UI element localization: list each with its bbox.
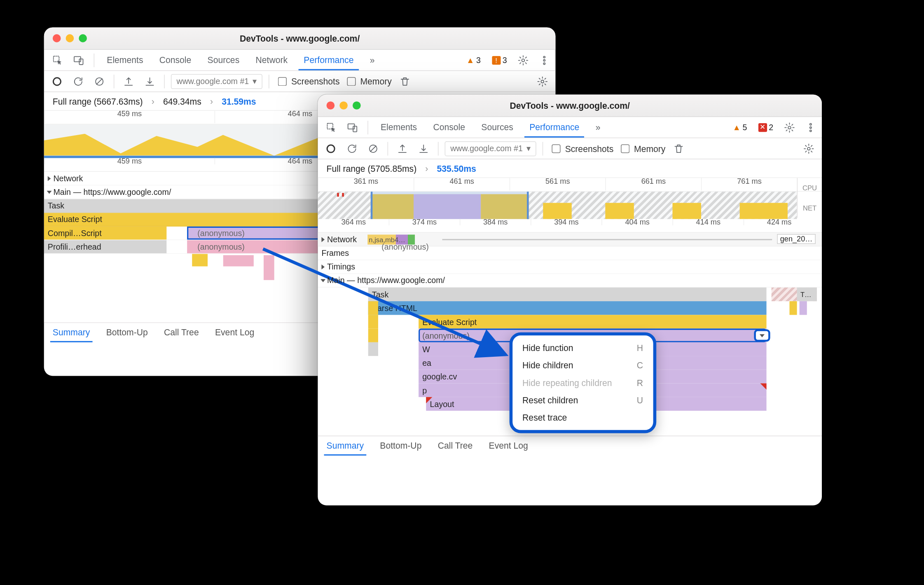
disclosure-icon[interactable]: [320, 279, 325, 282]
error-badge[interactable]: ✕2: [756, 123, 776, 132]
upload-icon[interactable]: [120, 73, 136, 89]
menu-reset-trace[interactable]: Reset trace: [512, 409, 653, 426]
devtools-window-front: DevTools - www.google.com/ Elements Cons…: [318, 95, 822, 505]
top-tabs: Elements Console Sources Performance » ▲…: [318, 117, 822, 138]
overflow-icon[interactable]: »: [365, 53, 379, 68]
breadcrumb-full[interactable]: Full range (5705.85ms): [326, 164, 416, 173]
clear-button[interactable]: [91, 73, 107, 89]
tab-network[interactable]: Network: [250, 50, 292, 70]
memory-toggle[interactable]: Memory: [618, 142, 665, 154]
tab-sources[interactable]: Sources: [476, 117, 518, 138]
perf-toolbar: www.google.com #1▾ Screenshots Memory: [44, 71, 555, 92]
zoom-icon[interactable]: [353, 101, 361, 110]
tab-elements[interactable]: Elements: [376, 117, 422, 138]
screenshots-toggle[interactable]: Screenshots: [276, 75, 339, 87]
flame-parse-html[interactable]: Parse HTML: [368, 301, 766, 315]
reload-button[interactable]: [344, 140, 360, 157]
svg-point-14: [809, 126, 811, 128]
svg-point-6: [543, 63, 545, 64]
tab-bottom-up[interactable]: Bottom-Up: [377, 436, 424, 456]
memory-toggle[interactable]: Memory: [344, 75, 391, 87]
screenshots-toggle[interactable]: Screenshots: [550, 142, 613, 154]
track-main-header[interactable]: Main — https://www.google.com/: [318, 274, 822, 288]
device-toggle-icon[interactable]: [345, 120, 360, 135]
zoom-icon[interactable]: [79, 34, 87, 42]
tab-summary[interactable]: Summary: [324, 436, 366, 456]
svg-point-8: [541, 80, 544, 83]
download-icon[interactable]: [415, 140, 431, 157]
breadcrumb-mid[interactable]: 649.34ms: [163, 96, 201, 106]
inspect-icon[interactable]: [324, 120, 339, 135]
trash-icon[interactable]: [670, 140, 686, 157]
clear-button[interactable]: [365, 140, 381, 157]
warning-badge[interactable]: ▲3: [464, 55, 483, 65]
tab-sources[interactable]: Sources: [202, 50, 244, 70]
track-timings[interactable]: Timings: [318, 260, 822, 274]
svg-point-13: [809, 123, 811, 125]
tab-call-tree[interactable]: Call Tree: [435, 436, 475, 456]
disclosure-icon[interactable]: [47, 190, 51, 194]
record-button[interactable]: [49, 73, 65, 89]
warning-badge[interactable]: ▲5: [730, 123, 749, 132]
minimize-icon[interactable]: [339, 101, 348, 110]
kebab-icon[interactable]: [803, 120, 818, 135]
profile-select[interactable]: www.google.com #1▾: [171, 74, 263, 89]
menu-reset-children[interactable]: Reset childrenU: [512, 391, 653, 409]
tab-console[interactable]: Console: [428, 117, 470, 138]
issue-badge[interactable]: !3: [489, 55, 510, 65]
overflow-icon[interactable]: »: [590, 120, 605, 135]
breadcrumb-current[interactable]: 31.59ms: [222, 96, 256, 106]
breadcrumb: Full range (5705.85ms) › 535.50ms: [318, 159, 822, 178]
network-right-chip[interactable]: gen_20…: [777, 234, 816, 244]
traffic-lights[interactable]: [326, 101, 360, 110]
tab-call-tree[interactable]: Call Tree: [161, 323, 201, 342]
window-title: DevTools - www.google.com/: [44, 33, 555, 43]
cpu-label: CPU: [802, 184, 817, 192]
flame-task[interactable]: Task: [368, 288, 766, 301]
net-label: NET: [803, 204, 816, 211]
kebab-icon[interactable]: [537, 53, 552, 68]
titlebar[interactable]: DevTools - www.google.com/: [44, 27, 555, 49]
disclosure-icon[interactable]: [321, 237, 325, 242]
titlebar[interactable]: DevTools - www.google.com/: [318, 95, 822, 117]
svg-point-4: [543, 56, 545, 58]
panel-gear-icon[interactable]: [800, 140, 816, 157]
flame-eval[interactable]: Evaluate Script: [419, 315, 766, 328]
tab-event-log[interactable]: Event Log: [486, 436, 530, 456]
tab-bottom-up[interactable]: Bottom-Up: [103, 323, 150, 342]
overview-strip[interactable]: [318, 192, 797, 219]
minimize-icon[interactable]: [65, 34, 74, 42]
tab-performance[interactable]: Performance: [299, 50, 358, 70]
menu-hide-children[interactable]: Hide childrenC: [512, 357, 653, 374]
menu-hide-function[interactable]: Hide functionH: [512, 339, 653, 356]
disclosure-icon[interactable]: [47, 176, 51, 181]
flame-chart[interactable]: Task T… Parse HTML Evaluate Script (anon…: [318, 288, 822, 436]
perf-toolbar: www.google.com #1▾ Screenshots Memory: [318, 138, 822, 159]
breadcrumb-current[interactable]: 535.50ms: [437, 164, 476, 173]
device-toggle-icon[interactable]: [71, 53, 86, 68]
trash-icon[interactable]: [396, 73, 412, 89]
gear-icon[interactable]: [515, 53, 530, 68]
upload-icon[interactable]: [394, 140, 410, 157]
top-tabs: Elements Console Sources Network Perform…: [44, 50, 555, 71]
tab-elements[interactable]: Elements: [102, 50, 148, 70]
download-icon[interactable]: [142, 73, 158, 89]
panel-gear-icon[interactable]: [534, 73, 550, 89]
traffic-lights[interactable]: [52, 34, 87, 42]
flame-task-r[interactable]: T…: [796, 288, 816, 301]
tab-event-log[interactable]: Event Log: [213, 323, 257, 342]
tab-console[interactable]: Console: [154, 50, 196, 70]
close-icon[interactable]: [52, 34, 61, 42]
disclosure-icon[interactable]: [321, 264, 325, 269]
profile-select[interactable]: www.google.com #1▾: [444, 141, 536, 156]
gear-icon[interactable]: [782, 120, 797, 135]
tab-performance[interactable]: Performance: [524, 117, 584, 138]
close-icon[interactable]: [326, 101, 335, 110]
menu-hide-repeating: Hide repeating childrenR: [512, 374, 653, 391]
entry-dropdown-button[interactable]: [754, 329, 770, 342]
breadcrumb-full[interactable]: Full range (5667.63ms): [52, 96, 143, 106]
inspect-icon[interactable]: [50, 53, 65, 68]
tab-summary[interactable]: Summary: [50, 323, 92, 342]
reload-button[interactable]: [70, 73, 86, 89]
record-button[interactable]: [323, 140, 339, 157]
